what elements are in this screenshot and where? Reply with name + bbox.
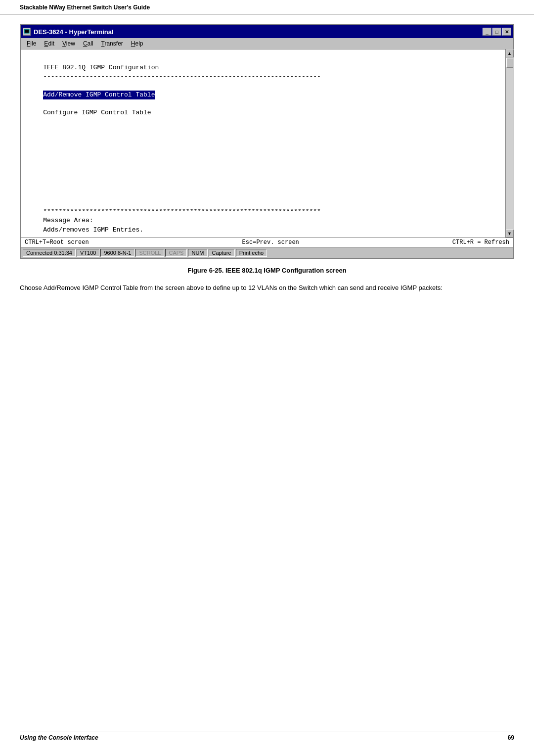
- menu-help[interactable]: Help: [127, 39, 147, 48]
- window-title: DES-3624 - HyperTerminal: [34, 28, 114, 36]
- terminal-blank4: [28, 127, 498, 136]
- status-scroll: SCROLL: [135, 249, 164, 257]
- terminal-scrollbar[interactable]: ▲ ▼: [505, 49, 513, 237]
- terminal-blank12: [28, 198, 498, 207]
- terminal-blank8: [28, 162, 498, 171]
- terminal-blank11: [28, 189, 498, 198]
- status-bar: Connected 0:31:34 VT100 9600 8-N-1 SCROL…: [21, 247, 513, 258]
- title-bar-controls: _ □ ✕: [483, 28, 511, 36]
- scroll-down-button[interactable]: ▼: [506, 230, 514, 237]
- terminal-line: [28, 54, 498, 63]
- restore-button[interactable]: □: [492, 28, 501, 36]
- menu-transfer[interactable]: Transfer: [97, 39, 127, 48]
- shortcut-right: CTRL+R = Refresh: [452, 239, 509, 246]
- scroll-up-button[interactable]: ▲: [506, 49, 514, 57]
- terminal-blank3: [28, 117, 498, 126]
- highlighted-menu-item: Add/Remove IGMP Control Table: [43, 91, 155, 99]
- status-connected: Connected 0:31:34: [23, 249, 76, 257]
- shortcut-center: Esc=Prev. screen: [242, 239, 299, 246]
- terminal-blank10: [28, 181, 498, 189]
- hyperterminal-window: DES-3624 - HyperTerminal _ □ ✕ File Edit…: [20, 24, 514, 259]
- header-title: Stackable NWay Ethernet Switch User's Gu…: [20, 4, 150, 11]
- terminal-adds-removes: Adds/removes IGMP Entries.: [28, 226, 498, 235]
- terminal-area: IEEE 802.1Q IGMP Configuration ---------…: [21, 49, 513, 237]
- svg-rect-2: [25, 34, 28, 35]
- terminal-blank1: [28, 82, 498, 91]
- status-capture: Capture: [209, 249, 235, 257]
- menu-view[interactable]: View: [58, 39, 79, 48]
- svg-rect-1: [25, 30, 29, 33]
- body-paragraph: Choose Add/Remove IGMP Control Table fro…: [20, 283, 514, 293]
- terminal-blank7: [28, 153, 498, 162]
- footer-left: Using the Console Interface: [20, 734, 98, 741]
- app-icon: [23, 28, 31, 36]
- footer-right: 69: [508, 734, 514, 741]
- title-bar: DES-3624 - HyperTerminal _ □ ✕: [21, 25, 513, 38]
- terminal-configure: Configure IGMP Control Table: [28, 108, 498, 117]
- main-content: DES-3624 - HyperTerminal _ □ ✕ File Edit…: [0, 14, 534, 303]
- terminal-blank2: [28, 99, 498, 108]
- close-button[interactable]: ✕: [502, 28, 511, 36]
- terminal-blank5: [28, 136, 498, 144]
- status-caps: CAPS: [165, 249, 187, 257]
- status-terminal: VT100: [77, 249, 99, 257]
- figure-caption-text: Figure 6-25. IEEE 802.1q IGMP Configurat…: [187, 267, 346, 274]
- terminal-blank6: [28, 144, 498, 153]
- figure-caption: Figure 6-25. IEEE 802.1q IGMP Configurat…: [20, 267, 514, 274]
- menu-edit[interactable]: Edit: [40, 39, 58, 48]
- terminal-line-title: IEEE 802.1Q IGMP Configuration: [28, 63, 498, 72]
- scroll-thumb[interactable]: [506, 58, 513, 68]
- terminal-content[interactable]: IEEE 802.1Q IGMP Configuration ---------…: [21, 49, 505, 237]
- terminal-stars: ****************************************…: [28, 207, 498, 216]
- menu-file[interactable]: File: [23, 39, 40, 48]
- shortcut-bar: CTRL+T=Root screen Esc=Prev. screen CTRL…: [21, 237, 513, 247]
- title-bar-left: DES-3624 - HyperTerminal: [23, 28, 114, 36]
- scroll-track: [506, 57, 514, 230]
- status-print-echo: Print echo: [236, 249, 267, 257]
- status-num: NUM: [188, 249, 207, 257]
- terminal-message-area: Message Area:: [28, 216, 498, 225]
- status-baud: 9600 8-N-1: [100, 249, 134, 257]
- page-footer: Using the Console Interface 69: [20, 731, 514, 741]
- minimize-button[interactable]: _: [483, 28, 491, 36]
- terminal-add-remove: Add/Remove IGMP Control Table: [28, 91, 498, 99]
- menu-call[interactable]: Call: [79, 39, 97, 48]
- page-header: Stackable NWay Ethernet Switch User's Gu…: [0, 0, 534, 14]
- shortcut-left: CTRL+T=Root screen: [25, 239, 89, 246]
- menu-bar: File Edit View Call Transfer Help: [21, 38, 513, 49]
- terminal-blank9: [28, 171, 498, 180]
- terminal-separator: ----------------------------------------…: [28, 72, 498, 81]
